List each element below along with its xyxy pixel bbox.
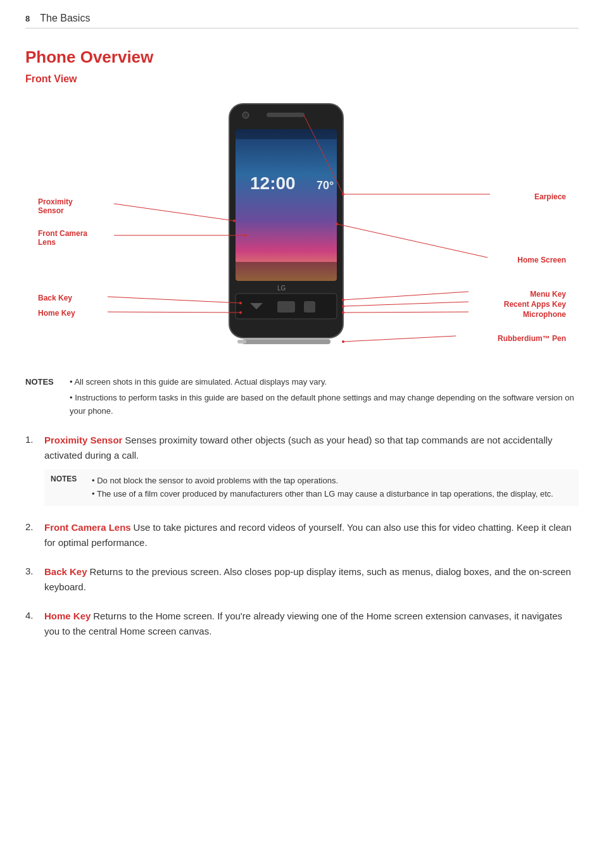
item-4-term: Home Key bbox=[44, 611, 91, 621]
list-item-2: 2. Front Camera Lens Use to take picture… bbox=[25, 520, 579, 550]
item-2-number: 2. bbox=[25, 520, 44, 532]
svg-line-15 bbox=[114, 204, 234, 221]
item-3-description: Returns to the previous screen. Also clo… bbox=[44, 566, 571, 592]
svg-rect-6 bbox=[267, 113, 305, 117]
item-4-description: Returns to the Home screen. If you're al… bbox=[44, 611, 562, 636]
item-1-notes-label: NOTES bbox=[51, 474, 85, 483]
item-1-notes: NOTES Do not block the sensor to avoid p… bbox=[44, 469, 579, 506]
svg-point-20 bbox=[239, 302, 242, 304]
item-1-notes-content: Do not block the sensor to avoid problem… bbox=[92, 474, 553, 501]
list-item-3: 3. Back Key Returns to the previous scre… bbox=[25, 564, 579, 595]
svg-rect-13 bbox=[237, 340, 246, 344]
svg-rect-11 bbox=[304, 301, 315, 313]
label-recent-apps-key: Recent Apps Key bbox=[504, 300, 566, 309]
item-1-number: 1. bbox=[25, 433, 44, 445]
svg-text:LG: LG bbox=[277, 285, 286, 292]
item-1-note-1: Do not block the sensor to avoid problem… bbox=[92, 474, 553, 488]
features-list: 1. Proximity Sensor Senses proximity tow… bbox=[25, 433, 579, 639]
svg-point-18 bbox=[244, 234, 247, 237]
svg-line-30 bbox=[343, 302, 469, 306]
item-1-note-2: The use of a film cover produced by manu… bbox=[92, 488, 553, 501]
label-home-key: Home Key bbox=[38, 309, 75, 318]
svg-point-16 bbox=[233, 220, 236, 222]
note-2: Instructions to perform tasks in this gu… bbox=[70, 392, 579, 418]
svg-line-28 bbox=[343, 292, 469, 300]
svg-rect-2 bbox=[236, 129, 337, 139]
svg-line-26 bbox=[337, 224, 488, 257]
label-microphone: Microphone bbox=[523, 310, 566, 319]
svg-rect-12 bbox=[242, 339, 330, 344]
svg-text:70°: 70° bbox=[317, 179, 334, 192]
svg-line-21 bbox=[108, 312, 241, 313]
svg-point-29 bbox=[342, 299, 344, 301]
notes-label: NOTES bbox=[25, 376, 63, 387]
list-item-4: 4. Home Key Returns to the Home screen. … bbox=[25, 609, 579, 639]
svg-rect-0 bbox=[229, 104, 343, 338]
svg-point-22 bbox=[239, 311, 242, 314]
item-1-content: Proximity Sensor Senses proximity toward… bbox=[44, 433, 579, 506]
item-2-content: Front Camera Lens Use to take pictures a… bbox=[44, 520, 579, 550]
item-4-number: 4. bbox=[25, 609, 44, 621]
item-3-number: 3. bbox=[25, 564, 44, 576]
svg-rect-5 bbox=[236, 262, 337, 281]
svg-line-25 bbox=[304, 115, 343, 194]
label-proximity-sensor: Proximity Sensor bbox=[38, 197, 73, 215]
svg-marker-9 bbox=[250, 303, 263, 309]
list-item-1: 1. Proximity Sensor Senses proximity tow… bbox=[25, 433, 579, 506]
item-1-term: Proximity Sensor bbox=[44, 435, 122, 445]
phone-diagram: Proximity Sensor Front Camera Lens Back … bbox=[25, 97, 579, 363]
item-2-term: Front Camera Lens bbox=[44, 522, 131, 533]
front-view-label: Front View bbox=[25, 73, 579, 85]
notes-content: All screen shots in this guide are simul… bbox=[70, 376, 579, 420]
header-title: The Basics bbox=[40, 13, 90, 24]
label-home-screen: Home Screen bbox=[517, 256, 566, 264]
svg-point-24 bbox=[342, 193, 344, 195]
svg-line-32 bbox=[343, 312, 469, 313]
page-number: 8 bbox=[25, 14, 30, 23]
svg-text:12:00: 12:00 bbox=[250, 173, 296, 193]
svg-rect-8 bbox=[236, 294, 337, 319]
label-back-key: Back Key bbox=[38, 294, 72, 302]
item-3-content: Back Key Returns to the previous screen.… bbox=[44, 564, 579, 595]
diagram-notes: NOTES All screen shots in this guide are… bbox=[25, 376, 579, 420]
diagram-svg: 12:00 70° LG bbox=[25, 97, 579, 363]
svg-rect-1 bbox=[236, 129, 337, 281]
item-4-content: Home Key Returns to the Home screen. If … bbox=[44, 609, 579, 639]
page-title: Phone Overview bbox=[25, 47, 579, 67]
note-1: All screen shots in this guide are simul… bbox=[70, 376, 579, 389]
label-menu-key: Menu Key bbox=[530, 290, 566, 299]
svg-point-35 bbox=[342, 340, 344, 343]
svg-point-27 bbox=[336, 223, 338, 225]
label-rubberdium-pen: Rubberdium™ Pen bbox=[498, 334, 566, 343]
svg-point-31 bbox=[342, 305, 344, 307]
label-earpiece: Earpiece bbox=[534, 192, 566, 201]
svg-line-34 bbox=[343, 336, 456, 342]
item-3-term: Back Key bbox=[44, 566, 87, 577]
label-front-camera-lens: Front Camera Lens bbox=[38, 229, 87, 247]
svg-line-19 bbox=[108, 297, 241, 303]
page-header: 8 The Basics bbox=[25, 13, 579, 28]
svg-point-33 bbox=[342, 311, 344, 314]
svg-point-7 bbox=[242, 112, 249, 118]
svg-rect-10 bbox=[277, 301, 295, 313]
